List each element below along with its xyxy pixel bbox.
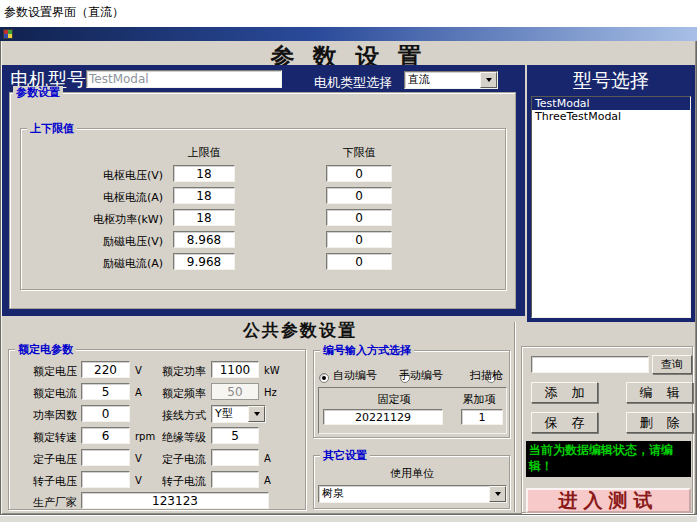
radio-scanner-label[interactable]: 扫描枪 <box>470 368 503 383</box>
use-unit-dropdown-button[interactable] <box>489 486 506 502</box>
motor-type-dropdown-button[interactable] <box>480 72 497 88</box>
stator-current-input[interactable] <box>211 449 259 466</box>
power-factor-label: 功率因数 <box>11 408 77 423</box>
rated-voltage-label: 额定电压 <box>11 364 77 379</box>
rotor-current-label: 转子电流 <box>141 474 206 489</box>
rated-power-unit: kW <box>264 365 280 376</box>
desktop-strip <box>0 516 697 522</box>
page-caption: 参数设置界面（直流） <box>4 4 124 21</box>
manufacturer-input[interactable] <box>81 492 269 509</box>
list-item[interactable]: TestModal <box>532 97 690 110</box>
limit-row-label: 电枢电压(V) <box>59 168 163 183</box>
vertical-divider <box>514 322 516 512</box>
app-icon <box>3 29 13 39</box>
rated-power-label: 额定功率 <box>141 364 206 379</box>
other-settings-groupbox: 其它设置 使用单位 树泉 <box>313 455 510 509</box>
rotor-voltage-label: 转子电压 <box>11 474 77 489</box>
upper-limit-input[interactable] <box>173 253 235 270</box>
stator-voltage-input[interactable] <box>81 449 130 466</box>
lower-limit-input[interactable] <box>326 253 392 270</box>
wiring-value: Y型 <box>212 406 248 422</box>
limit-row-label: 电枢电流(A) <box>59 190 163 205</box>
radio-manual-label[interactable]: 手动编号 <box>399 368 443 383</box>
search-input[interactable] <box>531 356 649 373</box>
common-section-title: 公共参数设置 <box>243 319 357 342</box>
other-group-label: 其它设置 <box>320 449 370 462</box>
param-group-label: 参数设置 <box>13 86 63 99</box>
numbering-panel: 固定项 累加项 <box>318 387 507 434</box>
limits-groupbox: 上下限值 上限值 下限值 电枢电压(V) 电枢电流(A) 电枢功率(kW) 励磁… <box>20 128 506 290</box>
motor-model-input[interactable] <box>86 70 282 88</box>
limit-row-label: 励磁电流(A) <box>59 256 163 271</box>
chevron-down-icon <box>486 78 492 82</box>
numbering-groupbox: 编号输入方式选择 自动编号 手动编号 扫描枪 固定项 累加项 <box>313 350 510 438</box>
upper-limit-input[interactable] <box>173 187 235 204</box>
insulation-input[interactable] <box>211 427 259 444</box>
rated-voltage-input[interactable] <box>81 361 130 378</box>
lower-limit-input[interactable] <box>326 165 392 182</box>
edit-button[interactable]: 编 辑 <box>626 382 693 403</box>
limit-row-label: 励磁电压(V) <box>59 234 163 249</box>
lower-limit-input[interactable] <box>326 209 392 226</box>
query-button[interactable]: 查询 <box>652 355 692 374</box>
actions-panel: 查询 添 加 编 辑 保 存 删 除 当前为数据编辑状态，请编辑！ 进入测试 <box>521 346 693 513</box>
fixed-item-label: 固定项 <box>349 392 439 407</box>
motor-type-label: 电机类型选择 <box>314 74 392 92</box>
radio-auto-numbering[interactable] <box>319 373 329 383</box>
radio-auto-label[interactable]: 自动编号 <box>333 368 377 383</box>
rated-groupbox: 额定电参数 额定电压 V 额定功率 kW 额定电流 A 额定频率 Hz 功率因数… <box>8 349 306 510</box>
numbering-group-label: 编号输入方式选择 <box>320 344 414 357</box>
wiring-label: 接线方式 <box>141 408 206 423</box>
add-button[interactable]: 添 加 <box>531 382 598 403</box>
motor-type-dropdown[interactable]: 直流 <box>404 71 498 89</box>
fixed-item-input[interactable] <box>323 409 443 425</box>
model-listbox[interactable]: TestModal ThreeTestModal <box>531 96 691 318</box>
list-item[interactable]: ThreeTestModal <box>532 110 690 123</box>
delete-button[interactable]: 删 除 <box>626 412 693 433</box>
model-select-title: 型号选择 <box>527 68 695 94</box>
rated-current-label: 额定电流 <box>11 386 77 401</box>
chevron-down-icon <box>254 412 260 416</box>
rated-current-input[interactable] <box>81 383 130 400</box>
save-button[interactable]: 保 存 <box>531 412 598 433</box>
stator-voltage-label: 定子电压 <box>11 452 77 467</box>
lower-limit-input[interactable] <box>326 187 392 204</box>
power-factor-input[interactable] <box>81 405 130 422</box>
limits-group-label: 上下限值 <box>27 122 77 135</box>
window-titlebar[interactable] <box>0 27 697 41</box>
motor-type-value: 直流 <box>405 72 480 88</box>
use-unit-label: 使用单位 <box>352 466 472 481</box>
wiring-dropdown-button[interactable] <box>248 406 265 422</box>
chevron-down-icon <box>495 492 501 496</box>
wiring-dropdown[interactable]: Y型 <box>211 405 266 423</box>
status-message: 当前为数据编辑状态，请编辑！ <box>526 441 691 477</box>
insulation-label: 绝缘等级 <box>141 430 206 445</box>
upper-limit-input[interactable] <box>173 231 235 248</box>
use-unit-value: 树泉 <box>319 486 489 502</box>
upper-limit-header: 上限值 <box>157 145 251 160</box>
manufacturer-label: 生产厂家 <box>11 495 77 510</box>
increment-item-label: 累加项 <box>453 392 505 407</box>
upper-limit-input[interactable] <box>173 209 235 226</box>
lower-limit-input[interactable] <box>326 231 392 248</box>
rated-group-label: 额定电参数 <box>15 343 76 356</box>
rated-speed-input[interactable] <box>81 427 130 444</box>
use-unit-dropdown[interactable]: 树泉 <box>318 485 507 503</box>
rated-frequency-input <box>211 383 259 400</box>
stator-current-label: 定子电流 <box>141 452 206 467</box>
rotor-current-unit: A <box>264 475 271 486</box>
rotor-voltage-input[interactable] <box>81 471 130 488</box>
increment-item-input[interactable] <box>461 409 503 425</box>
stator-current-unit: A <box>264 453 271 464</box>
enter-test-button[interactable]: 进入测试 <box>526 488 691 513</box>
rated-power-input[interactable] <box>211 361 259 378</box>
limit-row-label: 电枢功率(kW) <box>59 212 163 227</box>
rated-speed-label: 额定转速 <box>11 430 77 445</box>
screen: 参数设置界面（直流） 参 数 设 置 电机型号 电机类型选择 直流 型号选择 T… <box>0 0 697 522</box>
rated-frequency-label: 额定频率 <box>141 386 206 401</box>
rotor-current-input[interactable] <box>211 471 259 488</box>
lower-limit-header: 下限值 <box>311 145 407 160</box>
rated-frequency-unit: Hz <box>264 387 277 398</box>
upper-limit-input[interactable] <box>173 165 235 182</box>
